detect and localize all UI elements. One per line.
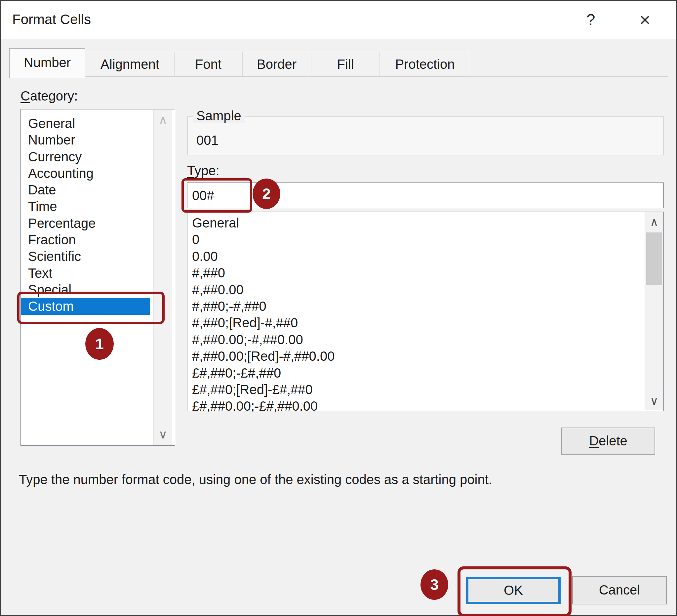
list-item[interactable]: #,##0.00;[Red]-#,##0.00 [187,348,630,364]
list-item[interactable]: Fraction [21,231,153,248]
dialog-title: Format Cells [12,10,91,30]
delete-button[interactable]: Delete [561,428,655,455]
list-item[interactable]: #,##0;[Red]-#,##0 [187,314,630,331]
list-item[interactable]: #,##0.00;-#,##0.00 [187,331,630,348]
close-icon[interactable]: × [632,8,658,32]
delete-label-rest: elete [599,434,627,448]
tab-fill[interactable]: Fill [311,52,380,76]
category-label-mnemonic: C [20,89,30,103]
scroll-up-icon[interactable]: ∧ [645,215,664,229]
list-item[interactable]: £#,##0.00;-£#,##0.00 [187,398,630,414]
list-item[interactable]: General [187,215,630,231]
tab-strip-baseline [9,76,668,77]
tab-protection[interactable]: Protection [380,52,470,76]
tab-number[interactable]: Number [9,48,85,78]
tab-font[interactable]: Font [174,52,242,76]
type-input[interactable] [187,182,664,208]
scroll-down-icon[interactable]: ∨ [645,394,664,408]
list-item-custom-selected[interactable]: Custom [21,298,150,314]
type-label: Type: [187,163,220,178]
list-item[interactable]: 0 [187,231,630,248]
list-item[interactable]: #,##0 [187,265,630,281]
sample-group-label: Sample [193,108,244,123]
delete-label-mnemonic: D [589,434,599,448]
scroll-up-icon[interactable]: ∧ [154,113,172,127]
help-icon[interactable]: ? [578,8,604,32]
category-label: Category: [20,89,78,103]
category-label-rest: ategory: [30,89,78,103]
list-item[interactable]: Time [21,198,153,215]
format-cells-dialog: Format Cells ? × Number Alignment Font B… [0,0,677,616]
list-item[interactable]: Currency [21,148,153,165]
category-items: General Number Currency Accounting Date … [21,115,153,315]
annotation-step-3-badge: 3 [420,569,448,600]
type-scrollbar[interactable]: ∧ ∨ [645,212,664,410]
type-label-mnemonic: T [187,163,194,178]
scroll-down-icon[interactable]: ∨ [154,428,172,441]
list-item[interactable]: Scientific [21,248,153,265]
category-scrollbar[interactable]: ∧ ∨ [153,110,172,445]
list-item[interactable]: Text [21,265,153,281]
list-item[interactable]: £#,##0;-£#,##0 [187,365,630,381]
list-item[interactable]: Number [21,132,153,148]
tab-border[interactable]: Border [242,52,311,76]
ok-button[interactable]: OK [466,577,561,604]
list-item[interactable]: #,##0;-#,##0 [187,298,630,314]
title-bar: Format Cells ? × [1,1,676,39]
list-item[interactable]: Accounting [21,165,153,181]
list-item[interactable]: #,##0.00 [187,281,630,298]
list-item[interactable]: Date [21,181,153,198]
scrollbar-thumb[interactable] [646,232,662,285]
list-item[interactable]: Special [21,281,153,298]
list-item[interactable]: General [21,115,153,132]
sample-value: 001 [196,133,219,148]
list-item[interactable]: Percentage [21,215,153,231]
type-items: General 0 0.00 #,##0 #,##0.00 #,##0;-#,#… [187,215,630,414]
cancel-button[interactable]: Cancel [572,576,667,605]
list-item[interactable]: 0.00 [187,248,630,265]
instruction-text: Type the number format code, using one o… [19,472,581,487]
tab-alignment[interactable]: Alignment [86,52,174,76]
list-item[interactable]: £#,##0;[Red]-£#,##0 [187,381,630,398]
type-label-rest: ype: [194,163,220,178]
sample-groupbox [187,117,664,156]
